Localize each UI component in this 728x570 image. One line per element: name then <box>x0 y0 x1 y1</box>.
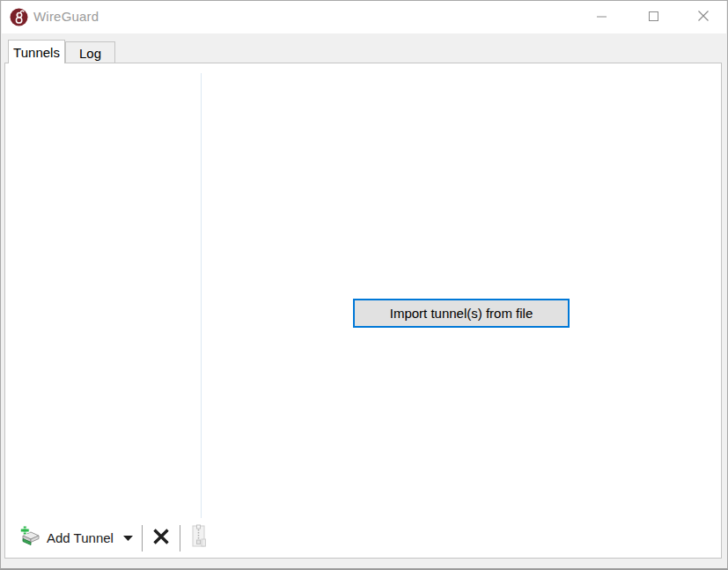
wireguard-logo-icon <box>10 8 28 26</box>
tab-tunnels-label: Tunnels <box>13 45 60 60</box>
minimize-icon <box>596 11 607 25</box>
close-icon <box>697 10 710 25</box>
titlebar: WireGuard <box>2 1 726 33</box>
maximize-icon <box>648 11 659 25</box>
tunnel-list[interactable] <box>5 73 202 520</box>
export-tunnels-button[interactable] <box>184 524 214 552</box>
add-tunnel-button[interactable]: Add Tunnel <box>14 524 138 552</box>
import-tunnels-button[interactable]: Import tunnel(s) from file <box>353 299 570 328</box>
dropdown-arrow-icon <box>123 536 133 541</box>
window-title: WireGuard <box>33 9 99 24</box>
tab-tunnels[interactable]: Tunnels <box>8 40 65 63</box>
export-zip-icon <box>189 524 209 551</box>
delete-tunnel-icon <box>151 527 171 549</box>
tunnel-toolbar: Add Tunnel <box>5 518 721 558</box>
tunnels-tab-pane: Import tunnel(s) from file <box>4 63 722 559</box>
add-tunnel-label: Add Tunnel <box>47 530 114 545</box>
tab-log[interactable]: Log <box>65 41 115 63</box>
tunnel-detail-pane: Import tunnel(s) from file <box>202 63 721 520</box>
close-button[interactable] <box>683 1 724 33</box>
toolbar-separator <box>142 525 143 551</box>
delete-tunnel-button[interactable] <box>146 524 176 552</box>
minimize-button[interactable] <box>581 1 621 33</box>
maximize-button[interactable] <box>633 1 673 33</box>
toolbar-separator <box>180 525 180 551</box>
add-tunnel-icon <box>19 525 40 551</box>
wireguard-window: WireGuard Tunnels Log Import tunnel(s) f… <box>0 0 728 570</box>
tab-log-label: Log <box>79 46 101 61</box>
